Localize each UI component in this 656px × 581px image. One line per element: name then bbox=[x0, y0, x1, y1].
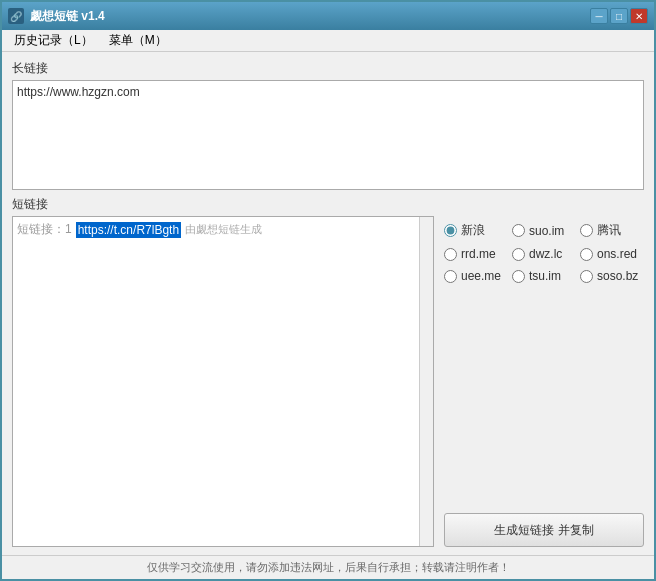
label-dwz: dwz.lc bbox=[529, 247, 562, 261]
radio-rrd[interactable] bbox=[444, 248, 457, 261]
maximize-button[interactable]: □ bbox=[610, 8, 628, 24]
generate-button[interactable]: 生成短链接 并复制 bbox=[444, 513, 644, 547]
label-uee: uee.me bbox=[461, 269, 501, 283]
scrollbar[interactable] bbox=[419, 217, 433, 546]
service-radio-group: 新浪suo.im腾讯rrd.medwz.lcons.reduee.metsu.i… bbox=[444, 216, 644, 289]
radio-ons[interactable] bbox=[580, 248, 593, 261]
radio-soso[interactable] bbox=[580, 270, 593, 283]
radio-uee[interactable] bbox=[444, 270, 457, 283]
short-url-note: 由觑想短链生成 bbox=[185, 222, 262, 237]
long-url-label: 长链接 bbox=[12, 60, 644, 77]
history-menu[interactable]: 历史记录（L） bbox=[8, 30, 99, 51]
service-option-dwz[interactable]: dwz.lc bbox=[512, 247, 576, 261]
service-option-ons[interactable]: ons.red bbox=[580, 247, 644, 261]
long-url-section: 长链接 bbox=[12, 60, 644, 190]
minimize-button[interactable]: ─ bbox=[590, 8, 608, 24]
window-controls: ─ □ ✕ bbox=[590, 8, 648, 24]
service-option-suo[interactable]: suo.im bbox=[512, 222, 576, 239]
short-url-link[interactable]: https://t.cn/R7lBgth bbox=[76, 222, 181, 238]
content-area: 长链接 短链接 短链接：1 https://t.cn/R7lBgth 由觑想短链… bbox=[2, 52, 654, 555]
label-ons: ons.red bbox=[597, 247, 637, 261]
radio-tsu[interactable] bbox=[512, 270, 525, 283]
main-menu[interactable]: 菜单（M） bbox=[103, 30, 173, 51]
label-soso: soso.bz bbox=[597, 269, 638, 283]
footer: 仅供学习交流使用，请勿添加违法网址，后果自行承担；转载请注明作者！ bbox=[2, 555, 654, 579]
right-panel: 新浪suo.im腾讯rrd.medwz.lcons.reduee.metsu.i… bbox=[444, 216, 644, 547]
radio-tengxun[interactable] bbox=[580, 224, 593, 237]
service-option-soso[interactable]: soso.bz bbox=[580, 269, 644, 283]
window-title: 觑想短链 v1.4 bbox=[30, 8, 105, 25]
long-url-input[interactable] bbox=[12, 80, 644, 190]
label-tengxun: 腾讯 bbox=[597, 222, 621, 239]
close-button[interactable]: ✕ bbox=[630, 8, 648, 24]
label-tsu: tsu.im bbox=[529, 269, 561, 283]
footer-text: 仅供学习交流使用，请勿添加违法网址，后果自行承担；转载请注明作者！ bbox=[147, 560, 510, 575]
app-icon: 🔗 bbox=[8, 8, 24, 24]
radio-suo[interactable] bbox=[512, 224, 525, 237]
service-option-rrd[interactable]: rrd.me bbox=[444, 247, 508, 261]
short-url-row-label: 短链接：1 bbox=[17, 221, 72, 238]
title-bar-left: 🔗 觑想短链 v1.4 bbox=[8, 8, 105, 25]
label-xinlang: 新浪 bbox=[461, 222, 485, 239]
short-url-section: 短链接 短链接：1 https://t.cn/R7lBgth 由觑想短链生成 新… bbox=[12, 196, 644, 547]
menu-bar: 历史记录（L） 菜单（M） bbox=[2, 30, 654, 52]
short-url-row: 短链接：1 https://t.cn/R7lBgth 由觑想短链生成 bbox=[17, 221, 429, 238]
service-option-tengxun[interactable]: 腾讯 bbox=[580, 222, 644, 239]
radio-dwz[interactable] bbox=[512, 248, 525, 261]
bottom-panel: 短链接：1 https://t.cn/R7lBgth 由觑想短链生成 新浪suo… bbox=[12, 216, 644, 547]
short-url-label: 短链接 bbox=[12, 196, 644, 213]
title-bar: 🔗 觑想短链 v1.4 ─ □ ✕ bbox=[2, 2, 654, 30]
service-option-uee[interactable]: uee.me bbox=[444, 269, 508, 283]
label-rrd: rrd.me bbox=[461, 247, 496, 261]
label-suo: suo.im bbox=[529, 224, 564, 238]
short-url-box: 短链接：1 https://t.cn/R7lBgth 由觑想短链生成 bbox=[12, 216, 434, 547]
service-option-tsu[interactable]: tsu.im bbox=[512, 269, 576, 283]
service-option-xinlang[interactable]: 新浪 bbox=[444, 222, 508, 239]
main-window: 🔗 觑想短链 v1.4 ─ □ ✕ 历史记录（L） 菜单（M） 长链接 短链接 bbox=[0, 0, 656, 581]
radio-xinlang[interactable] bbox=[444, 224, 457, 237]
